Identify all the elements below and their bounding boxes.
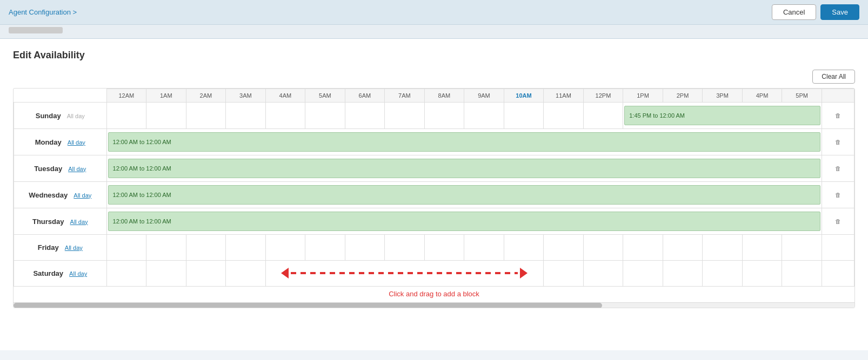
sunday-label-cell: Sunday All day — [14, 103, 107, 129]
friday-cell-5am[interactable] — [305, 235, 345, 261]
hour-col-9am: 9AM — [464, 89, 504, 103]
top-bar: Agent Configuration > Cancel Save — [0, 0, 868, 25]
sunday-cell-2am[interactable] — [186, 103, 226, 129]
friday-cell-1am[interactable] — [146, 235, 186, 261]
sunday-time-block: 1:45 PM to 12:00 AM — [624, 106, 820, 125]
friday-cell-8am[interactable] — [424, 235, 464, 261]
sunday-block-cell[interactable]: 1:45 PM to 12:00 AM — [623, 103, 822, 129]
friday-delete-button — [822, 235, 854, 261]
sunday-cell-11am[interactable] — [544, 103, 584, 129]
sunday-cell-3am[interactable] — [226, 103, 266, 129]
tuesday-block-cell[interactable]: 12:00 AM to 12:00 AM — [106, 155, 822, 182]
hour-col-3am: 3AM — [226, 89, 266, 103]
hour-col-5am: 5AM — [305, 89, 345, 103]
friday-cell-4am[interactable] — [265, 235, 305, 261]
saturday-name: Saturday — [33, 269, 63, 277]
saturday-cell-2pm[interactable] — [663, 261, 703, 287]
monday-delete-button[interactable]: 🗑 — [822, 129, 854, 155]
friday-cell-9am[interactable] — [464, 235, 504, 261]
sunday-cell-9am[interactable] — [464, 103, 504, 129]
saturday-cell-4pm[interactable] — [742, 261, 782, 287]
friday-cell-3pm[interactable] — [703, 235, 743, 261]
saturday-cell-1am[interactable] — [146, 261, 186, 287]
tuesday-time-block: 12:00 AM to 12:00 AM — [108, 159, 820, 178]
wednesday-block-cell[interactable]: 12:00 AM to 12:00 AM — [106, 182, 822, 208]
friday-cell-11am[interactable] — [544, 235, 584, 261]
hour-col-2pm: 2PM — [663, 89, 703, 103]
sunday-cell-4am[interactable] — [265, 103, 305, 129]
wednesday-delete-button[interactable]: 🗑 — [822, 182, 854, 208]
saturday-drag-hint-cell[interactable] — [265, 261, 544, 287]
thursday-name: Thursday — [32, 218, 64, 226]
thursday-delete-button[interactable]: 🗑 — [822, 208, 854, 235]
scrollbar-thumb[interactable] — [14, 303, 602, 308]
tuesday-delete-button[interactable]: 🗑 — [822, 155, 854, 182]
hour-col-1am: 1AM — [146, 89, 186, 103]
monday-label-cell: Monday All day — [14, 129, 107, 155]
sunday-cell-7am[interactable] — [385, 103, 425, 129]
drag-hint-text: Click and drag to add a block — [389, 290, 479, 298]
sunday-cell-8am[interactable] — [424, 103, 464, 129]
saturday-cell-11am[interactable] — [544, 261, 584, 287]
friday-cell-7am[interactable] — [385, 235, 425, 261]
thursday-allday-link[interactable]: All day — [70, 219, 88, 225]
sunday-cell-1am[interactable] — [146, 103, 186, 129]
saturday-delete-button — [822, 261, 854, 287]
sunday-cell-6am[interactable] — [345, 103, 385, 129]
hour-col-2am: 2AM — [186, 89, 226, 103]
hour-col-11am: 11AM — [544, 89, 584, 103]
friday-cell-1pm[interactable] — [623, 235, 663, 261]
sunday-cell-12am[interactable] — [106, 103, 146, 129]
breadcrumb-link[interactable]: Agent Configuration > — [9, 8, 77, 16]
drag-arrow-left-icon — [281, 268, 289, 279]
saturday-cell-12am[interactable] — [106, 261, 146, 287]
friday-cell-4pm[interactable] — [742, 235, 782, 261]
saturday-allday-link[interactable]: All day — [69, 270, 87, 277]
friday-cell-2pm[interactable] — [663, 235, 703, 261]
drag-hint-row: Click and drag to add a block — [14, 287, 854, 303]
friday-cell-10am[interactable] — [504, 235, 544, 261]
schedule-table: 12AM 1AM 2AM 3AM 4AM 5AM 6AM 7AM 8AM 9AM… — [14, 89, 854, 302]
tuesday-allday-link[interactable]: All day — [68, 166, 86, 172]
sunday-name: Sunday — [36, 112, 61, 120]
hour-col-3pm: 3PM — [703, 89, 743, 103]
saturday-cell-5pm[interactable] — [782, 261, 822, 287]
friday-cell-2am[interactable] — [186, 235, 226, 261]
clear-all-row: Clear All — [13, 70, 855, 84]
saturday-cell-2am[interactable] — [186, 261, 226, 287]
sunday-cell-10am[interactable] — [504, 103, 544, 129]
friday-cell-3am[interactable] — [226, 235, 266, 261]
saturday-cell-12pm[interactable] — [583, 261, 623, 287]
friday-cell-12am[interactable] — [106, 235, 146, 261]
cancel-button[interactable]: Cancel — [772, 4, 816, 20]
sunday-cell-5am[interactable] — [305, 103, 345, 129]
saturday-cell-3am[interactable] — [226, 261, 266, 287]
sunday-cell-12pm[interactable] — [583, 103, 623, 129]
table-row: Friday All day — [14, 235, 854, 261]
saturday-label-cell: Saturday All day — [14, 261, 107, 287]
wednesday-name: Wednesday — [29, 191, 68, 199]
wednesday-allday-link[interactable]: All day — [74, 192, 91, 199]
thursday-block-cell[interactable]: 12:00 AM to 12:00 AM — [106, 208, 822, 235]
saturday-cell-3pm[interactable] — [703, 261, 743, 287]
schedule-wrapper: 12AM 1AM 2AM 3AM 4AM 5AM 6AM 7AM 8AM 9AM… — [13, 88, 855, 308]
save-button[interactable]: Save — [820, 4, 859, 20]
hour-col-4pm: 4PM — [742, 89, 782, 103]
sunday-allday-link[interactable]: All day — [67, 113, 85, 119]
friday-cell-12pm[interactable] — [583, 235, 623, 261]
table-row: Saturday All day — [14, 261, 854, 287]
hour-col-6am: 6AM — [345, 89, 385, 103]
drag-arrow-right-icon — [520, 268, 528, 279]
friday-cell-6am[interactable] — [345, 235, 385, 261]
friday-allday-link[interactable]: All day — [65, 244, 83, 251]
friday-cell-5pm[interactable] — [782, 235, 822, 261]
sunday-delete-button[interactable]: 🗑 — [822, 103, 854, 129]
top-bar-actions: Cancel Save — [772, 4, 859, 20]
hour-col-7am: 7AM — [385, 89, 425, 103]
monday-allday-link[interactable]: All day — [68, 139, 85, 146]
monday-block-cell[interactable]: 12:00 AM to 12:00 AM — [106, 129, 822, 155]
main-content: Edit Availability Clear All 12AM 1AM 2AM… — [0, 39, 868, 350]
horizontal-scrollbar[interactable] — [14, 302, 854, 308]
saturday-cell-1pm[interactable] — [623, 261, 663, 287]
clear-all-button[interactable]: Clear All — [812, 70, 855, 84]
